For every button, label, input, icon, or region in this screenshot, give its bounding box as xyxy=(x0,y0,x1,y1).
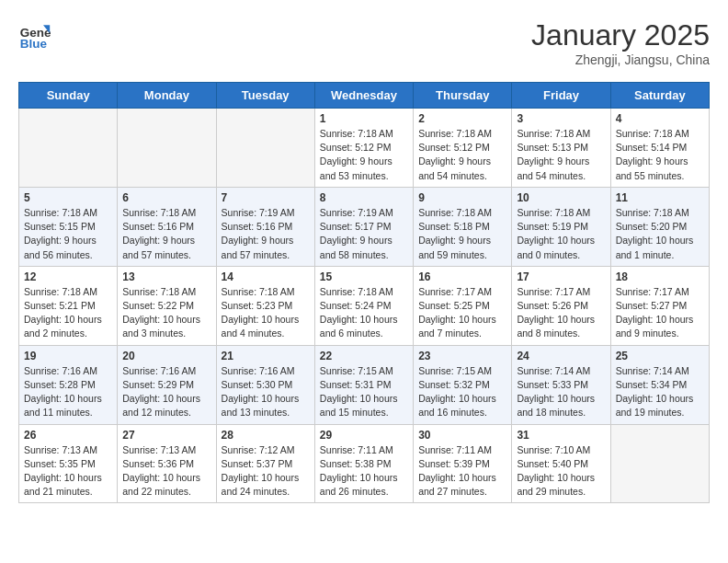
cell-content: Sunrise: 7:18 AM Sunset: 5:14 PM Dayligh… xyxy=(616,127,704,183)
day-number: 5 xyxy=(24,191,112,204)
cell-content: Sunrise: 7:17 AM Sunset: 5:26 PM Dayligh… xyxy=(517,285,605,341)
cell-content: Sunrise: 7:18 AM Sunset: 5:13 PM Dayligh… xyxy=(517,127,605,183)
day-number: 11 xyxy=(616,191,704,204)
calendar-cell: 14Sunrise: 7:18 AM Sunset: 5:23 PM Dayli… xyxy=(216,266,314,345)
cell-content: Sunrise: 7:11 AM Sunset: 5:39 PM Dayligh… xyxy=(418,443,506,500)
cell-content: Sunrise: 7:18 AM Sunset: 5:16 PM Dayligh… xyxy=(122,206,210,262)
calendar-cell: 16Sunrise: 7:17 AM Sunset: 5:25 PM Dayli… xyxy=(414,266,512,345)
location-subtitle: Zhengji, Jiangsu, China xyxy=(531,52,710,67)
calendar-cell: 27Sunrise: 7:13 AM Sunset: 5:36 PM Dayli… xyxy=(118,424,216,503)
calendar-cell: 17Sunrise: 7:17 AM Sunset: 5:26 PM Dayli… xyxy=(512,266,610,345)
calendar-cell: 11Sunrise: 7:18 AM Sunset: 5:20 PM Dayli… xyxy=(610,187,709,266)
cell-content: Sunrise: 7:12 AM Sunset: 5:37 PM Dayligh… xyxy=(222,443,310,500)
calendar-cell: 19Sunrise: 7:16 AM Sunset: 5:28 PM Dayli… xyxy=(19,345,118,424)
calendar-cell: 23Sunrise: 7:15 AM Sunset: 5:32 PM Dayli… xyxy=(414,345,512,424)
calendar-cell: 8Sunrise: 7:19 AM Sunset: 5:17 PM Daylig… xyxy=(314,187,413,266)
day-number: 30 xyxy=(418,429,506,442)
day-number: 28 xyxy=(222,429,310,442)
calendar-cell: 15Sunrise: 7:18 AM Sunset: 5:24 PM Dayli… xyxy=(314,266,413,345)
calendar-cell: 24Sunrise: 7:14 AM Sunset: 5:33 PM Dayli… xyxy=(512,345,610,424)
logo-icon: General Blue xyxy=(18,18,51,52)
calendar-cell: 10Sunrise: 7:18 AM Sunset: 5:19 PM Dayli… xyxy=(512,187,610,266)
calendar-cell: 3Sunrise: 7:18 AM Sunset: 5:13 PM Daylig… xyxy=(512,109,610,188)
calendar-cell: 21Sunrise: 7:16 AM Sunset: 5:30 PM Dayli… xyxy=(216,345,314,424)
day-number: 24 xyxy=(517,350,605,362)
cell-content: Sunrise: 7:14 AM Sunset: 5:33 PM Dayligh… xyxy=(517,364,605,420)
day-number: 8 xyxy=(320,191,408,204)
calendar-cell: 7Sunrise: 7:19 AM Sunset: 5:16 PM Daylig… xyxy=(216,187,314,266)
logo: General Blue xyxy=(18,18,51,52)
day-number: 27 xyxy=(122,429,210,442)
calendar-cell xyxy=(19,109,118,188)
calendar-cell: 13Sunrise: 7:18 AM Sunset: 5:22 PM Dayli… xyxy=(118,266,216,345)
calendar-cell: 9Sunrise: 7:18 AM Sunset: 5:18 PM Daylig… xyxy=(414,187,512,266)
day-number: 15 xyxy=(320,270,408,283)
cell-content: Sunrise: 7:16 AM Sunset: 5:30 PM Dayligh… xyxy=(222,364,310,420)
cell-content: Sunrise: 7:18 AM Sunset: 5:20 PM Dayligh… xyxy=(616,206,704,262)
cell-content: Sunrise: 7:18 AM Sunset: 5:23 PM Dayligh… xyxy=(222,285,310,341)
weekday-header: Thursday xyxy=(414,83,512,109)
day-number: 13 xyxy=(122,270,210,283)
day-number: 10 xyxy=(517,191,605,204)
calendar-cell: 29Sunrise: 7:11 AM Sunset: 5:38 PM Dayli… xyxy=(314,424,413,503)
day-number: 16 xyxy=(418,270,506,283)
calendar-cell xyxy=(118,109,216,188)
page-header: General Blue January 2025 Zhengji, Jiang… xyxy=(18,18,710,67)
weekday-header: Wednesday xyxy=(314,83,413,109)
day-number: 4 xyxy=(616,112,704,125)
cell-content: Sunrise: 7:18 AM Sunset: 5:15 PM Dayligh… xyxy=(24,206,112,262)
day-number: 20 xyxy=(122,350,210,362)
day-number: 14 xyxy=(222,270,310,283)
calendar-cell: 6Sunrise: 7:18 AM Sunset: 5:16 PM Daylig… xyxy=(118,187,216,266)
calendar-cell: 20Sunrise: 7:16 AM Sunset: 5:29 PM Dayli… xyxy=(118,345,216,424)
weekday-header: Sunday xyxy=(19,83,118,109)
calendar-cell: 30Sunrise: 7:11 AM Sunset: 5:39 PM Dayli… xyxy=(414,424,512,503)
cell-content: Sunrise: 7:16 AM Sunset: 5:29 PM Dayligh… xyxy=(122,364,210,420)
calendar-week-row: 5Sunrise: 7:18 AM Sunset: 5:15 PM Daylig… xyxy=(19,187,710,266)
weekday-header: Monday xyxy=(118,83,216,109)
month-title: January 2025 xyxy=(531,18,710,52)
weekday-header: Saturday xyxy=(610,83,709,109)
day-number: 18 xyxy=(616,270,704,283)
cell-content: Sunrise: 7:18 AM Sunset: 5:12 PM Dayligh… xyxy=(418,127,506,183)
calendar-cell: 22Sunrise: 7:15 AM Sunset: 5:31 PM Dayli… xyxy=(314,345,413,424)
weekday-header-row: SundayMondayTuesdayWednesdayThursdayFrid… xyxy=(19,83,710,109)
calendar-cell: 31Sunrise: 7:10 AM Sunset: 5:40 PM Dayli… xyxy=(512,424,610,503)
day-number: 31 xyxy=(517,429,605,442)
day-number: 17 xyxy=(517,270,605,283)
cell-content: Sunrise: 7:13 AM Sunset: 5:35 PM Dayligh… xyxy=(24,443,112,500)
calendar-week-row: 1Sunrise: 7:18 AM Sunset: 5:12 PM Daylig… xyxy=(19,109,710,188)
cell-content: Sunrise: 7:11 AM Sunset: 5:38 PM Dayligh… xyxy=(320,443,408,500)
calendar-cell: 12Sunrise: 7:18 AM Sunset: 5:21 PM Dayli… xyxy=(19,266,118,345)
calendar-cell xyxy=(610,424,709,503)
svg-text:Blue: Blue xyxy=(20,37,48,51)
calendar-cell: 5Sunrise: 7:18 AM Sunset: 5:15 PM Daylig… xyxy=(19,187,118,266)
day-number: 21 xyxy=(222,350,310,362)
cell-content: Sunrise: 7:19 AM Sunset: 5:17 PM Dayligh… xyxy=(320,206,408,262)
day-number: 2 xyxy=(418,112,506,125)
day-number: 7 xyxy=(222,191,310,204)
weekday-header: Friday xyxy=(512,83,610,109)
calendar-cell: 26Sunrise: 7:13 AM Sunset: 5:35 PM Dayli… xyxy=(19,424,118,503)
cell-content: Sunrise: 7:17 AM Sunset: 5:27 PM Dayligh… xyxy=(616,285,704,341)
day-number: 29 xyxy=(320,429,408,442)
calendar-cell: 1Sunrise: 7:18 AM Sunset: 5:12 PM Daylig… xyxy=(314,109,413,188)
day-number: 26 xyxy=(24,429,112,442)
cell-content: Sunrise: 7:14 AM Sunset: 5:34 PM Dayligh… xyxy=(616,364,704,420)
cell-content: Sunrise: 7:13 AM Sunset: 5:36 PM Dayligh… xyxy=(122,443,210,500)
weekday-header: Tuesday xyxy=(216,83,314,109)
cell-content: Sunrise: 7:15 AM Sunset: 5:32 PM Dayligh… xyxy=(418,364,506,420)
day-number: 3 xyxy=(517,112,605,125)
calendar-cell: 28Sunrise: 7:12 AM Sunset: 5:37 PM Dayli… xyxy=(216,424,314,503)
calendar-table: SundayMondayTuesdayWednesdayThursdayFrid… xyxy=(18,82,710,503)
cell-content: Sunrise: 7:10 AM Sunset: 5:40 PM Dayligh… xyxy=(517,443,605,500)
day-number: 23 xyxy=(418,350,506,362)
cell-content: Sunrise: 7:18 AM Sunset: 5:22 PM Dayligh… xyxy=(122,285,210,341)
calendar-cell: 25Sunrise: 7:14 AM Sunset: 5:34 PM Dayli… xyxy=(610,345,709,424)
cell-content: Sunrise: 7:18 AM Sunset: 5:12 PM Dayligh… xyxy=(320,127,408,183)
cell-content: Sunrise: 7:15 AM Sunset: 5:31 PM Dayligh… xyxy=(320,364,408,420)
calendar-cell xyxy=(216,109,314,188)
cell-content: Sunrise: 7:18 AM Sunset: 5:19 PM Dayligh… xyxy=(517,206,605,262)
cell-content: Sunrise: 7:18 AM Sunset: 5:21 PM Dayligh… xyxy=(24,285,112,341)
day-number: 9 xyxy=(418,191,506,204)
